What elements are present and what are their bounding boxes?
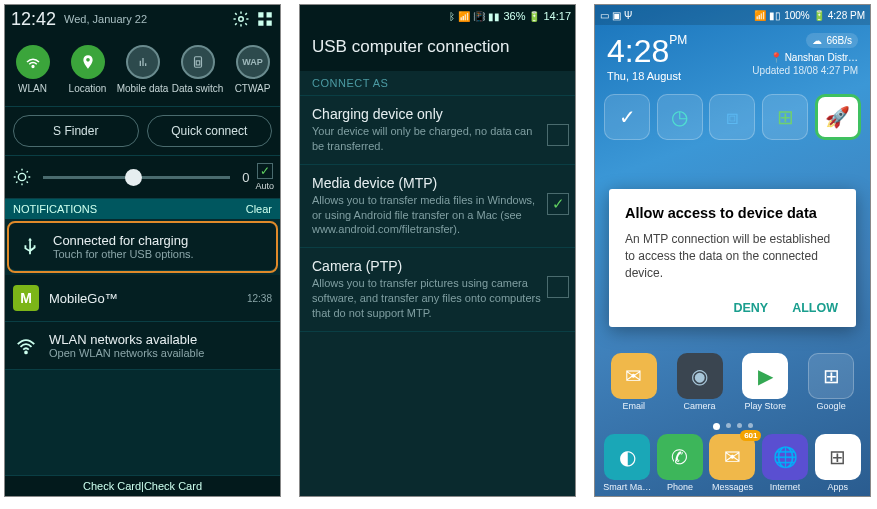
svg-rect-2 bbox=[267, 12, 272, 17]
notification-subtitle: Open WLAN networks available bbox=[49, 347, 272, 359]
svg-rect-7 bbox=[196, 61, 200, 65]
home-clock[interactable]: 4:28PM bbox=[607, 33, 687, 70]
notification-text: WLAN networks available Open WLAN networ… bbox=[49, 332, 272, 359]
phone-notification-panel: 12:42 Wed, January 22 WLAN Location Mobi… bbox=[4, 4, 281, 497]
button-row: S Finder Quick connect bbox=[5, 107, 280, 155]
notifications-title: NOTIFICATIONS bbox=[13, 203, 97, 215]
home-date: Thu, 18 August bbox=[607, 70, 687, 82]
checkbox-icon[interactable] bbox=[547, 276, 569, 298]
phone-usb-settings: ᛒ 📶 📳 ▮▮ 36% 🔋 14:17 USB computer connec… bbox=[299, 4, 576, 497]
checkbox-icon[interactable]: ✓ bbox=[547, 193, 569, 215]
bluetooth-icon: ᛒ bbox=[449, 11, 455, 22]
usb-icon: Ψ bbox=[624, 10, 632, 21]
option-ptp[interactable]: Camera (PTP) Allows you to transfer pict… bbox=[300, 247, 575, 332]
widget-1[interactable]: ✓ bbox=[604, 94, 650, 140]
section-label: CONNECT AS bbox=[300, 71, 575, 95]
dot-icon bbox=[737, 423, 742, 428]
app-label: Smart Ma… bbox=[603, 482, 651, 492]
phone-home-dialog: ▭ ▣ Ψ 📶 ▮▯ 100% 🔋 4:28 PM 4:28PM Thu, 18… bbox=[594, 4, 871, 497]
auto-brightness-toggle[interactable]: ✓ Auto bbox=[255, 163, 274, 191]
svg-point-5 bbox=[32, 66, 34, 68]
dock-phone[interactable]: ✆ Phone bbox=[654, 434, 706, 492]
app-email[interactable]: ✉ Email bbox=[608, 353, 660, 411]
footer-ticker: Check Card|Check Card bbox=[5, 475, 280, 496]
page-indicator[interactable] bbox=[595, 423, 870, 430]
dock-smart-manager[interactable]: ◐ Smart Ma… bbox=[601, 434, 653, 492]
brightness-slider[interactable] bbox=[43, 176, 230, 179]
dialog-body: An MTP connection will be established to… bbox=[625, 231, 840, 281]
option-title: Media device (MTP) bbox=[312, 175, 541, 191]
notification-title: MobileGo™ bbox=[49, 291, 237, 306]
wifi-icon: 📶 bbox=[754, 10, 766, 21]
app-label: Google bbox=[817, 401, 846, 411]
folder-icon: ⊞ bbox=[808, 353, 854, 399]
widget-2[interactable]: ◷ bbox=[657, 94, 703, 140]
phone-icon: ✆ bbox=[657, 434, 703, 480]
notification-text: Connected for charging Touch for other U… bbox=[53, 233, 268, 260]
toggle-mobile-data[interactable]: Mobile data bbox=[115, 33, 170, 106]
app-label: Phone bbox=[667, 482, 693, 492]
toggle-label: Mobile data bbox=[117, 83, 169, 94]
widget-folder[interactable]: ⊞ bbox=[762, 94, 808, 140]
app-google-folder[interactable]: ⊞ Google bbox=[805, 353, 857, 411]
weather-widget[interactable]: ☁ 66B/s 📍 Nanshan Distr… Updated 18/08 4… bbox=[752, 33, 858, 82]
signal-icon: ▮▯ bbox=[769, 10, 781, 21]
clear-button[interactable]: Clear bbox=[246, 203, 272, 215]
signal-icon: ▮▮ bbox=[488, 11, 500, 22]
speed-text: 66B/s bbox=[826, 35, 852, 46]
dock-apps[interactable]: ⊞ Apps bbox=[812, 434, 864, 492]
app-camera[interactable]: ◉ Camera bbox=[674, 353, 726, 411]
home-clock-time: 4:28 bbox=[607, 33, 669, 69]
notification-text: MobileGo™ bbox=[49, 291, 237, 306]
svg-rect-4 bbox=[267, 21, 272, 26]
toggle-wlan[interactable]: WLAN bbox=[5, 33, 60, 106]
dot-icon bbox=[748, 423, 753, 428]
checkbox-icon[interactable] bbox=[547, 124, 569, 146]
widget-dropbox[interactable]: ⧈ bbox=[709, 94, 755, 140]
location-text: 📍 Nanshan Distr… bbox=[752, 52, 858, 63]
toggle-ctwap[interactable]: WAP CTWAP bbox=[225, 33, 280, 106]
wifi-icon bbox=[13, 333, 39, 359]
deny-button[interactable]: DENY bbox=[731, 295, 770, 321]
notification-time: 12:38 bbox=[247, 293, 272, 304]
quick-connect-button[interactable]: Quick connect bbox=[147, 115, 273, 147]
status-time: 14:17 bbox=[543, 10, 571, 22]
dock: ◐ Smart Ma… ✆ Phone ✉ Messages 🌐 Interne… bbox=[595, 434, 870, 492]
page-title: USB computer connection bbox=[300, 27, 575, 71]
cloud-icon: ☁ bbox=[812, 35, 822, 46]
notification-wlan[interactable]: WLAN networks available Open WLAN networ… bbox=[5, 322, 280, 370]
vibrate-icon: 📳 bbox=[473, 11, 485, 22]
allow-button[interactable]: ALLOW bbox=[790, 295, 840, 321]
dock-messages[interactable]: ✉ Messages bbox=[706, 434, 758, 492]
notif-icon: ▭ bbox=[600, 10, 609, 21]
option-charging-only[interactable]: Charging device only Your device will on… bbox=[300, 95, 575, 164]
toggle-label: CTWAP bbox=[235, 83, 271, 94]
svg-rect-1 bbox=[258, 12, 263, 17]
app-playstore[interactable]: ▶ Play Store bbox=[739, 353, 791, 411]
mobile-data-icon bbox=[126, 45, 160, 79]
sfinder-button[interactable]: S Finder bbox=[13, 115, 139, 147]
location-name: Nanshan Distr… bbox=[785, 52, 858, 63]
svg-point-0 bbox=[239, 17, 244, 22]
app-label: Email bbox=[623, 401, 646, 411]
date: Wed, January 22 bbox=[64, 13, 226, 25]
battery-icon: 🔋 bbox=[813, 10, 825, 21]
option-mtp[interactable]: Media device (MTP) Allows you to transfe… bbox=[300, 164, 575, 248]
notification-title: Connected for charging bbox=[53, 233, 268, 248]
notification-mobilego[interactable]: M MobileGo™ 12:38 bbox=[5, 275, 280, 322]
toggle-location[interactable]: Location bbox=[60, 33, 115, 106]
settings-icon[interactable] bbox=[232, 10, 250, 28]
camera-icon: ◉ bbox=[677, 353, 723, 399]
option-desc: Your device will only be charged, no dat… bbox=[312, 124, 541, 154]
toggle-data-switch[interactable]: Data switch bbox=[170, 33, 225, 106]
notif-icon: ▣ bbox=[612, 10, 621, 21]
home-clock-ampm: PM bbox=[669, 33, 687, 47]
dot-icon bbox=[726, 423, 731, 428]
internet-icon: 🌐 bbox=[762, 434, 808, 480]
app-label: Camera bbox=[684, 401, 716, 411]
notification-usb-charging[interactable]: Connected for charging Touch for other U… bbox=[9, 223, 276, 271]
widget-boost[interactable]: 🚀 bbox=[815, 94, 861, 140]
edit-tiles-icon[interactable] bbox=[256, 10, 274, 28]
app-label: Internet bbox=[770, 482, 801, 492]
dock-internet[interactable]: 🌐 Internet bbox=[759, 434, 811, 492]
